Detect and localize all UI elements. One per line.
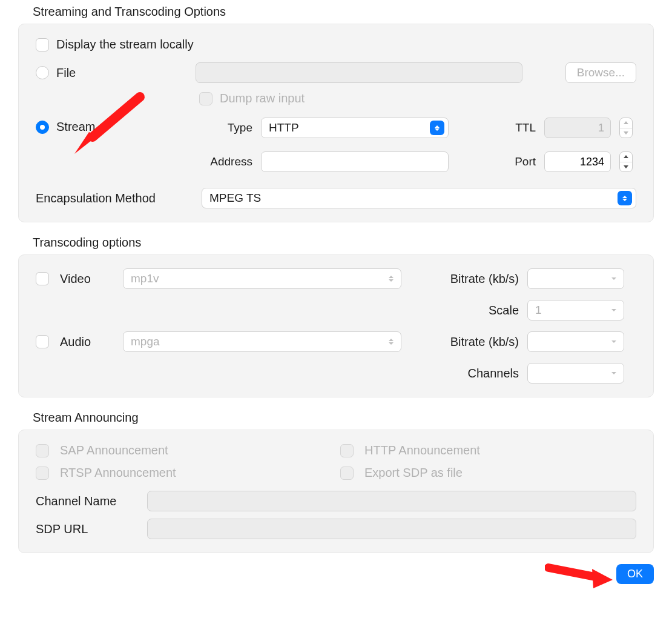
section3-title: Stream Announcing [33,411,654,425]
section2-title: Transcoding options [33,236,654,250]
annotation-arrow-ok [545,560,618,591]
type-select[interactable]: HTTP [261,118,449,138]
ttl-stepper[interactable] [619,118,633,138]
video-checkbox[interactable] [36,272,49,285]
scale-value: 1 [535,304,604,317]
scale-select[interactable]: 1 [527,300,624,320]
channels-label: Channels [410,367,519,380]
file-label: File [56,66,196,80]
display-locally-label: Display the stream locally [56,38,194,51]
dump-raw-checkbox[interactable] [199,92,212,105]
address-label: Address [192,155,252,168]
file-path-input[interactable] [196,62,522,83]
audio-codec-value: mpga [131,335,381,348]
encaps-label: Encapsulation Method [36,191,193,205]
audio-bitrate-label: Bitrate (kb/s) [410,335,519,349]
rtsp-label: RTSP Announcement [60,466,332,480]
ok-button[interactable]: OK [616,564,654,584]
audio-bitrate-select[interactable] [527,331,624,352]
video-label: Video [60,272,114,286]
audio-label: Audio [60,335,114,349]
stream-label: Stream [56,120,95,134]
file-radio[interactable] [36,66,49,79]
channel-name-input[interactable] [147,491,636,511]
rtsp-checkbox[interactable] [36,467,49,480]
display-locally-checkbox[interactable] [36,38,49,51]
section1-title: Streaming and Transcoding Options [33,5,654,19]
browse-button[interactable]: Browse... [565,62,636,83]
updown-icon [385,336,397,348]
sap-label: SAP Announcement [60,443,332,457]
updown-icon [618,191,632,205]
channels-select[interactable] [527,363,624,384]
type-value: HTTP [269,121,425,135]
audio-codec-select[interactable]: mpga [123,331,401,352]
svg-marker-1 [592,569,613,588]
ttl-label: TTL [457,121,536,135]
address-input[interactable] [261,151,449,172]
sap-checkbox[interactable] [36,444,49,457]
http-ann-label: HTTP Announcement [364,443,636,457]
video-codec-select[interactable]: mp1v [123,268,401,289]
export-sdp-label: Export SDP as file [364,466,636,480]
ttl-input[interactable] [544,118,611,138]
announcing-panel: SAP Announcement HTTP Announcement RTSP … [18,430,654,553]
export-sdp-checkbox[interactable] [340,467,354,480]
updown-icon [430,121,444,135]
audio-checkbox[interactable] [36,335,49,348]
encaps-select[interactable]: MPEG TS [202,188,636,208]
port-label: Port [457,155,536,168]
chevron-down-icon [608,304,620,316]
dump-raw-label: Dump raw input [220,91,305,105]
http-ann-checkbox[interactable] [340,444,354,457]
sdp-url-label: SDP URL [36,522,139,536]
sdp-url-input[interactable] [147,519,636,539]
port-input[interactable] [544,151,611,172]
chevron-down-icon [608,336,620,348]
port-stepper[interactable] [619,151,633,172]
scale-label: Scale [410,304,519,317]
stream-radio[interactable] [36,121,49,134]
transcoding-panel: Video mp1v Bitrate (kb/s) Scale 1 Audio … [18,254,654,397]
channel-name-label: Channel Name [36,494,139,508]
video-bitrate-select[interactable] [527,268,624,289]
video-codec-value: mp1v [131,272,381,285]
chevron-down-icon [608,273,620,285]
encaps-value: MPEG TS [209,191,613,205]
chevron-down-icon [608,367,620,379]
streaming-panel: Display the stream locally File Browse..… [18,24,654,222]
video-bitrate-label: Bitrate (kb/s) [410,272,519,286]
type-label: Type [192,121,252,135]
updown-icon [385,273,397,285]
